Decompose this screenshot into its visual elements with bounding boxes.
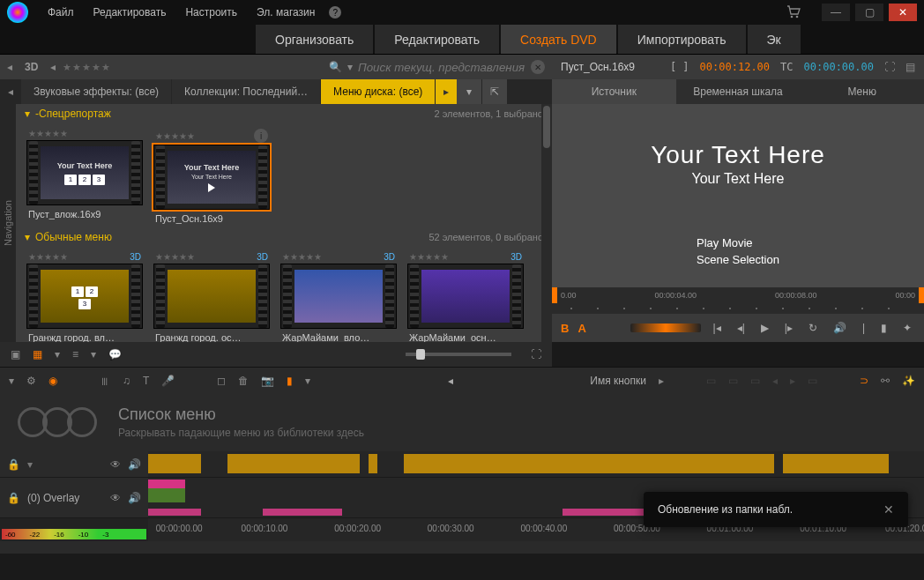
- lib-tab-disc-menu[interactable]: Меню диска: (все): [321, 79, 435, 104]
- tl-trash-icon[interactable]: 🗑: [238, 375, 249, 387]
- view-grid-icon[interactable]: ▦: [31, 346, 44, 362]
- out-marker[interactable]: [919, 287, 924, 303]
- track-header[interactable]: 🔒 (0) Overlay 👁 🔊: [0, 478, 148, 517]
- tl-voiceover-icon[interactable]: 🎤: [161, 375, 175, 387]
- clip-bar[interactable]: [148, 480, 185, 502]
- loop-icon[interactable]: ↻: [805, 320, 821, 336]
- clip-bar[interactable]: [783, 454, 889, 473]
- tl-wand-icon[interactable]: ✨: [902, 375, 915, 387]
- step-fwd-icon[interactable]: |▸: [781, 320, 796, 336]
- add-tab-icon[interactable]: ▾: [457, 79, 481, 104]
- minimize-button[interactable]: —: [822, 4, 850, 21]
- volume-icon[interactable]: 🔊: [830, 320, 850, 336]
- view-bin-icon[interactable]: ▣: [9, 346, 22, 362]
- tab-edit[interactable]: Редактировать: [375, 25, 499, 54]
- tl-tool4-icon[interactable]: ◂: [772, 375, 778, 387]
- close-button[interactable]: ✕: [889, 4, 917, 21]
- marker-icon[interactable]: ▮: [877, 320, 890, 336]
- thumb-item[interactable]: ★★★★★3D 123 Гранжд город. вл…: [26, 252, 143, 342]
- thumb-item[interactable]: ★★★★★ Your Text Here 123 Пуст_влож.16x9: [26, 129, 143, 224]
- tl-button-prev-icon[interactable]: ◂: [448, 375, 453, 387]
- eye-icon[interactable]: 👁: [110, 458, 121, 471]
- tl-disc-icon[interactable]: ◉: [48, 375, 57, 387]
- settings-icon[interactable]: ✦: [899, 320, 915, 336]
- thumb-item[interactable]: ★★★★★i Your Text Here Your Text Here Пус…: [153, 129, 270, 224]
- menu-setup[interactable]: Настроить: [176, 3, 246, 22]
- maximize-button[interactable]: ▢: [855, 4, 883, 21]
- tl-tool2-icon[interactable]: ▭: [728, 375, 738, 387]
- expand-icon[interactable]: ⛶: [529, 346, 543, 362]
- tl-marker-icon[interactable]: ▮: [287, 375, 293, 387]
- mute-icon[interactable]: |: [859, 320, 868, 336]
- tl-magnet-icon[interactable]: ⊃: [860, 375, 868, 387]
- audio-bar[interactable]: [148, 509, 201, 516]
- rating-filter[interactable]: ★★★★★: [63, 62, 111, 73]
- speaker-icon[interactable]: 🔊: [128, 458, 141, 471]
- step-back-icon[interactable]: ◂|: [734, 320, 749, 336]
- tl-collapse-icon[interactable]: ▾: [9, 375, 14, 387]
- tab-export[interactable]: Эк: [748, 25, 801, 54]
- toast-close-icon[interactable]: ✕: [883, 502, 894, 517]
- tl-tool6-icon[interactable]: ▭: [808, 375, 817, 387]
- zoom-slider[interactable]: [406, 353, 511, 356]
- tab-create-dvd[interactable]: Создать DVD: [501, 25, 616, 54]
- pin-tab-icon[interactable]: ⇱: [482, 79, 507, 104]
- tabs-next-icon[interactable]: ▸: [436, 79, 457, 104]
- lock-icon[interactable]: 🔒: [7, 458, 20, 471]
- lock-icon[interactable]: 🔒: [7, 492, 20, 504]
- src-tab-source[interactable]: Источник: [552, 79, 676, 104]
- fullscreen-icon[interactable]: ▤: [905, 61, 915, 73]
- search-input[interactable]: [358, 61, 525, 74]
- thumb-item[interactable]: ★★★★★3D ЖарМайами_осн…: [407, 252, 524, 342]
- search-icon[interactable]: 🔍: [329, 61, 342, 73]
- view-dropdown-icon[interactable]: ▾: [53, 346, 62, 362]
- in-marker[interactable]: [552, 287, 557, 303]
- tl-gear-icon[interactable]: ⚙: [26, 375, 36, 387]
- preview-ruler[interactable]: 0.00 00:00:04.00 00:00:08.00 00:00: [552, 287, 924, 303]
- eye-icon[interactable]: 👁: [110, 492, 121, 504]
- lib-tab-collections[interactable]: Коллекции: Последний…: [172, 79, 320, 104]
- track-header[interactable]: 🔒 ▾ 👁 🔊: [0, 451, 148, 477]
- clip-bar[interactable]: [404, 454, 774, 473]
- tl-tool3-icon[interactable]: ▭: [750, 375, 760, 387]
- library-scrollbar[interactable]: [541, 104, 552, 342]
- tab-import[interactable]: Импортировать: [618, 25, 746, 54]
- marker-b-label[interactable]: B: [561, 322, 569, 335]
- 3d-label[interactable]: 3D: [19, 61, 43, 73]
- navigation-sidebar[interactable]: Navigation: [0, 104, 16, 342]
- tl-link-icon[interactable]: ⚯: [881, 375, 890, 387]
- menu-list-area[interactable]: Список меню Раскрывать падающие меню из …: [0, 393, 924, 451]
- help-icon[interactable]: ?: [329, 6, 341, 19]
- thumb-item[interactable]: ★★★★★3D ЖарМайами_вло…: [280, 252, 397, 342]
- marker-a-label[interactable]: A: [578, 322, 585, 335]
- tl-title-icon[interactable]: T: [143, 375, 149, 387]
- view-comment-icon[interactable]: 💬: [107, 346, 123, 362]
- tabs-prev-icon[interactable]: ◂: [0, 79, 21, 104]
- tl-marker-dd-icon[interactable]: ▾: [305, 375, 310, 387]
- view-dropdown2-icon[interactable]: ▾: [89, 346, 98, 362]
- tl-music-icon[interactable]: ♫: [123, 375, 130, 387]
- collapse-icon[interactable]: ◂: [7, 61, 12, 73]
- lib-tab-sfx[interactable]: Звуковые эффекты: (все): [21, 79, 171, 104]
- shuttle-slider[interactable]: [630, 323, 701, 332]
- clear-search-icon[interactable]: ✕: [531, 60, 545, 74]
- tl-button-next-icon[interactable]: ▸: [659, 375, 664, 387]
- thumb-item[interactable]: ★★★★★3D Гранжд город. ос…: [153, 252, 270, 342]
- menu-eshop[interactable]: Эл. магазин: [248, 3, 324, 22]
- tag-icon[interactable]: ◂: [50, 61, 56, 73]
- tl-tool5-icon[interactable]: ▸: [790, 375, 795, 387]
- menu-edit[interactable]: Редактировать: [85, 3, 175, 22]
- tl-razor-icon[interactable]: ◻: [217, 375, 226, 387]
- tab-organize[interactable]: Организовать: [256, 25, 373, 54]
- group-header[interactable]: ▾-Спецрепортаж 2 элементов, 1 выбрано: [16, 104, 552, 123]
- tl-snapshot-icon[interactable]: 📷: [261, 375, 274, 387]
- src-tab-menu[interactable]: Меню: [800, 79, 924, 104]
- tl-tool1-icon[interactable]: ▭: [706, 375, 716, 387]
- audio-bar[interactable]: [263, 509, 342, 516]
- goto-start-icon[interactable]: |◂: [710, 320, 725, 336]
- popout-icon[interactable]: ⛶: [884, 61, 895, 73]
- clip-bar[interactable]: [148, 454, 201, 473]
- clip-bar[interactable]: [227, 454, 360, 473]
- clip-bar[interactable]: [369, 454, 377, 473]
- view-list-icon[interactable]: ≡: [71, 346, 80, 362]
